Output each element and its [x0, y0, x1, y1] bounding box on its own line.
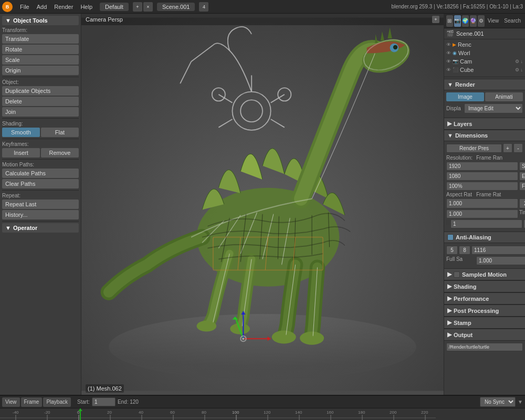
display-label: Displa [446, 106, 462, 111]
rp-icon-5[interactable]: ⚙ [478, 15, 485, 27]
aspect-y-input[interactable] [446, 209, 518, 218]
rp-icon-1[interactable]: ⊞ [446, 15, 453, 27]
no-sync-chevron: ▼ [518, 399, 523, 405]
end-input[interactable] [519, 172, 525, 181]
remove-btn[interactable]: Remove [41, 148, 79, 158]
render-preset-btn[interactable]: Render Pres [446, 144, 502, 153]
right-panel: ⊞ 📷 🌍 🔮 ⚙ View Search 🎬 Scene.001 👁 ▶ Re… [444, 14, 525, 395]
performance-section-header[interactable]: ▶ Performance [444, 292, 525, 304]
svg-text:100: 100 [232, 410, 239, 415]
dimensions-triangle: ▼ [447, 132, 453, 139]
outliner-world[interactable]: 👁 ◉ Worl [444, 49, 525, 57]
svg-text:220: 220 [421, 410, 428, 415]
sampled-motion-checkbox[interactable] [454, 271, 460, 278]
fps-select[interactable]: 24 fps [519, 198, 525, 208]
layout-name[interactable]: Default [100, 3, 129, 11]
time-val-1[interactable] [450, 219, 522, 228]
timeline-playback-btn[interactable]: Playback [43, 397, 71, 407]
aa-samples-8[interactable] [459, 246, 470, 255]
dino-scene-svg [81, 14, 444, 395]
display-row: Displa Image Edit [446, 103, 523, 113]
smooth-btn[interactable]: Smooth [2, 128, 40, 137]
search-label[interactable]: Search [502, 17, 523, 25]
frame-input[interactable] [519, 182, 525, 191]
aspect-x-input[interactable] [446, 198, 518, 208]
performance-triangle: ▶ [447, 295, 452, 302]
translate-btn[interactable]: Translate [2, 34, 79, 44]
dimensions-section-header[interactable]: ▼ Dimensions [444, 130, 525, 141]
shading-section-header[interactable]: ▶ Shading [444, 280, 525, 292]
menu-help[interactable]: Help [77, 3, 96, 11]
start-frame-input[interactable] [92, 397, 116, 406]
aa-samples-5[interactable] [446, 246, 458, 255]
svg-point-49 [242, 338, 244, 340]
height-input[interactable] [446, 172, 518, 181]
full-sample-row: Full Sa [446, 256, 523, 265]
svg-point-5 [393, 45, 397, 49]
height-end-row [446, 172, 523, 181]
timeline-frame-btn[interactable]: Frame [21, 397, 43, 407]
repeat-last-btn[interactable]: Repeat Last [2, 200, 79, 209]
start-input[interactable] [519, 162, 525, 171]
scene-name-header[interactable]: Scene.001 [157, 3, 195, 11]
output-section-header[interactable]: ▶ Output [444, 329, 525, 341]
aa-section-header[interactable]: Anti-Aliasing [444, 232, 525, 243]
preset-add-btn[interactable]: + [503, 143, 512, 153]
timeline-header: View Frame Playback Start: End: 120 No S… [0, 396, 525, 408]
image-tab[interactable]: Image [446, 92, 484, 101]
no-sync-select[interactable]: No Sync [480, 397, 516, 407]
scene-frame-btn[interactable]: 4 [199, 2, 208, 12]
viewport-options-btn[interactable]: + [432, 16, 439, 23]
view-label[interactable]: View [486, 17, 501, 25]
outliner-render[interactable]: 👁 ▶ Renc [444, 40, 525, 49]
render-section-content: Image Animati Displa Image Edit [444, 90, 525, 118]
origin-btn[interactable]: Origin [2, 66, 79, 75]
join-btn[interactable]: Join [2, 107, 79, 117]
rp-icon-3[interactable]: 🌍 [462, 15, 469, 27]
rotate-btn[interactable]: Rotate [2, 45, 79, 54]
clear-paths-btn[interactable]: Clear Paths [2, 179, 79, 188]
menu-add[interactable]: Add [34, 3, 50, 11]
delete-btn[interactable]: Delete [2, 97, 79, 106]
scale-btn[interactable]: Scale [2, 55, 79, 65]
menu-render[interactable]: Render [51, 3, 76, 11]
percent-input[interactable] [446, 182, 518, 191]
panel-triangle: ▼ [5, 17, 11, 24]
stamp-section-header[interactable]: ▶ Stamp [444, 317, 525, 329]
outliner-cube[interactable]: 👁 ⬛ Cube ⚙ ↓ [444, 66, 525, 74]
rp-icon-2[interactable]: 📷 [454, 15, 461, 27]
full-sample-label: Full Sa [446, 256, 475, 265]
menu-file[interactable]: File [17, 3, 33, 11]
close-scene-btn[interactable]: × [143, 2, 153, 12]
calculate-paths-btn[interactable]: Calculate Paths [2, 169, 79, 178]
camera-render-icon: ↓ [521, 59, 523, 64]
add-scene-btn[interactable]: + [133, 2, 142, 12]
animation-tab[interactable]: Animati [485, 92, 523, 101]
svg-text:140: 140 [295, 410, 302, 415]
blender-logo: B [2, 2, 13, 12]
sampled-motion-header[interactable]: ▶ Sampled Motion [444, 268, 525, 280]
layers-section-header[interactable]: ▶ Layers [444, 118, 525, 130]
filter-value-input[interactable] [476, 256, 525, 265]
rp-icon-4[interactable]: 🔮 [470, 15, 477, 27]
main-layout: ▼ Object Tools Transform: Translate Rota… [0, 14, 525, 395]
viewport[interactable]: Camera Persp + [81, 14, 444, 395]
display-select[interactable]: Image Edit [464, 103, 523, 113]
duplicate-btn[interactable]: Duplicate Objects [2, 86, 79, 96]
checkbox-2[interactable] [448, 219, 449, 226]
insert-btn[interactable]: Insert [2, 148, 40, 158]
shading-row: Smooth Flat [2, 128, 79, 137]
render-section-header[interactable]: ▼ Render [444, 79, 525, 90]
timeline-view-btn[interactable]: View [2, 397, 20, 407]
width-input[interactable] [446, 162, 518, 171]
eye-icon-cube: 👁 [446, 67, 451, 72]
flat-btn[interactable]: Flat [41, 128, 79, 137]
outliner-camera[interactable]: 👁 📷 Cam ⚙ ↓ [444, 57, 525, 66]
output-path[interactable] [446, 343, 523, 351]
aa-checkbox[interactable] [447, 234, 454, 240]
preset-remove-btn[interactable]: - [513, 143, 523, 153]
history-btn[interactable]: History... [2, 210, 79, 219]
post-processing-header[interactable]: ▶ Post Processing [444, 304, 525, 317]
checkbox-1[interactable] [446, 219, 447, 226]
aa-value[interactable] [471, 246, 525, 255]
